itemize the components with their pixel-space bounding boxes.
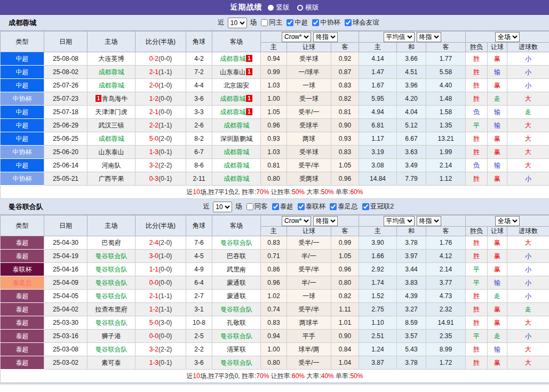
league-filter-checkbox-label-3[interactable]: 亚冠联2 — [362, 202, 394, 211]
league-filter-text: 中协杯 — [320, 18, 340, 27]
corners-cell: 2-6 — [186, 119, 212, 132]
same-venue-checkbox[interactable] — [246, 203, 253, 210]
fulltime-score: 1-1 — [149, 266, 158, 273]
fulltime-score: 5-0 — [149, 319, 158, 326]
radio-label: 横版 — [306, 3, 319, 12]
league-filter-checkbox-label-1[interactable]: 泰联杯 — [298, 202, 326, 211]
away-team-cell: 成都蓉城 — [212, 172, 261, 186]
corners-cell: 8-6 — [186, 159, 212, 172]
away-team-name: 曼谷联合队 — [220, 306, 252, 313]
league-filter-checkbox-label-0[interactable]: 中超 — [287, 18, 308, 27]
league-filter-checkbox-0[interactable] — [287, 19, 293, 26]
league-cell: 泰超 — [1, 250, 44, 263]
summary-stat-label: 场,胜7平3负0, 胜率: — [200, 372, 256, 380]
home-team-name: 成都蓉城 — [99, 135, 124, 142]
goals-result-cell: 大 — [507, 316, 549, 330]
handicap-cell: 两球 — [287, 132, 331, 146]
average-select[interactable]: 平均值 — [384, 216, 415, 226]
avg-draw-cell: 3.96 — [397, 79, 426, 92]
league-filter-checkbox-1[interactable] — [312, 19, 319, 26]
corners-cell: 7-2 — [186, 66, 212, 79]
filter-controls: 近10场同客泰超泰联杯泰足总亚冠联2 — [203, 202, 394, 212]
league-cell: 中协杯 — [1, 146, 44, 159]
avg-away-cell: 1.99 — [426, 146, 466, 159]
home-team-cell: 天津津门虎 — [87, 106, 136, 119]
odds-home-cell: 1.03 — [261, 79, 287, 92]
league-filter-checkbox-label-0[interactable]: 泰超 — [272, 202, 293, 211]
halftime-score: (0-0) — [158, 95, 172, 102]
score-cell: 3-2(2-2) — [136, 159, 186, 172]
avg-away-cell: 2.14 — [426, 159, 466, 172]
avg-away-cell: 1.76 — [426, 236, 466, 250]
league-filter-checkbox-3[interactable] — [362, 203, 369, 210]
odds-stage-select[interactable]: 终指 — [313, 216, 338, 226]
match-row: 中超25-07-26成都蓉城2-0(1-0)4-4北京国安1.03一球0.831… — [1, 79, 549, 92]
same-venue-checkbox[interactable] — [261, 19, 268, 26]
recent-games-select[interactable]: 10 — [228, 18, 247, 28]
away-team-cell: 深圳新鹏城 — [212, 132, 261, 146]
league-filter-checkbox-label-2[interactable]: 球会友谊 — [345, 18, 379, 27]
league-cell: 泰超 — [1, 330, 44, 343]
sub-header-8: 进球数 — [507, 227, 549, 236]
home-team-name: 曼谷联合队 — [96, 346, 128, 353]
home-team-name: 河南队 — [102, 162, 121, 169]
away-team-cell: 成都蓉城1 — [212, 92, 261, 106]
home-team-name: 狮子港 — [102, 332, 121, 340]
average-stage-select[interactable]: 终指 — [417, 216, 441, 226]
handicap-cell: 平手 — [287, 330, 331, 343]
summary-stat-value: 70% — [256, 188, 269, 196]
layout-radio-horizontal[interactable]: 横版 — [297, 3, 319, 12]
league-filter-checkbox-1[interactable] — [298, 203, 305, 210]
away-team-name: 曼谷联合队 — [220, 332, 252, 340]
halftime-score: (0-0) — [158, 332, 172, 340]
odds-home-cell: 0.83 — [261, 316, 287, 330]
recent-games-select[interactable]: 10 — [213, 202, 232, 212]
corners-cell: 2-5 — [186, 330, 212, 343]
average-select[interactable]: 平均值 — [384, 32, 415, 42]
match-scope-select[interactable]: 全场 — [495, 216, 520, 226]
odds-home-cell: 1.02 — [261, 290, 287, 303]
league-filter-checkbox-label-1[interactable]: 中协杯 — [312, 18, 340, 27]
same-venue-checkbox-label[interactable]: 同主 — [261, 18, 282, 27]
bookmaker-select[interactable]: Crow* — [282, 216, 311, 226]
average-stage-select[interactable]: 终指 — [417, 32, 441, 42]
score-cell: 1-2(1-1) — [136, 303, 186, 316]
filter-row: 曼谷联合队近10场同客泰超泰联杯泰足总亚冠联2 — [0, 199, 549, 215]
sub-header-2: 客 — [331, 227, 359, 236]
match-row: 泰足总25-04-09曼谷联合队0-0(0-0)6-4蒙通联0.96半/一0.8… — [1, 276, 549, 290]
odds-home-cell: 0.99 — [261, 66, 287, 79]
halftime-score: (1-1) — [158, 122, 172, 129]
avg-away-cell: 1.35 — [426, 119, 466, 132]
match-scope-select[interactable]: 全场 — [495, 32, 520, 42]
away-team-name: 蒙通联 — [227, 279, 246, 286]
handicap-cell: 一球 — [287, 290, 331, 303]
league-filter-checkbox-2[interactable] — [345, 19, 352, 26]
handicap-result-cell: 走 — [488, 92, 507, 106]
avg-draw-cell: 4.20 — [397, 92, 426, 106]
away-team-cell: 清莱联 — [212, 343, 261, 356]
summary-stat-value: 50% — [350, 372, 363, 380]
match-row: 泰超25-04-19曼谷联合队3-0(1-0)4-5巴吞联0.71半/一1.05… — [1, 250, 549, 263]
odds-away-cell: 0.92 — [331, 52, 359, 66]
league-filter-checkbox-0[interactable] — [272, 203, 279, 210]
avg-home-cell: 4.14 — [359, 52, 397, 66]
filter-controls: 近10场同主中超中协杯球会友谊 — [218, 18, 379, 28]
handicap-result-cell: 赢 — [488, 52, 507, 66]
summary-stat-label: 单率: — [334, 188, 351, 196]
league-filter-checkbox-2[interactable] — [330, 203, 337, 210]
date-cell: 25-03-08 — [44, 343, 87, 356]
league-filter-checkbox-label-2[interactable]: 泰足总 — [330, 202, 358, 211]
home-team-cell: 河南队 — [87, 159, 136, 172]
date-cell: 25-08-08 — [44, 52, 87, 66]
odds-home-cell: 0.83 — [261, 236, 287, 250]
home-team-cell: 曼谷联合队 — [87, 343, 136, 356]
odds-home-cell: 0.96 — [261, 119, 287, 132]
same-venue-checkbox-label[interactable]: 同客 — [246, 202, 268, 211]
odds-home-cell: 1.00 — [261, 343, 287, 356]
odds-stage-select[interactable]: 终指 — [313, 32, 338, 42]
recent-results-page: 近期战绩 竖版横版 成都蓉城近10场同主中超中协杯球会友谊类型日期主场比分(半场… — [0, 0, 549, 385]
odds-away-cell: 1.04 — [331, 356, 359, 370]
layout-radio-vertical[interactable]: 竖版 — [268, 3, 290, 12]
avg-home-cell: 2.75 — [359, 303, 397, 316]
bookmaker-select[interactable]: Crow* — [282, 32, 311, 42]
